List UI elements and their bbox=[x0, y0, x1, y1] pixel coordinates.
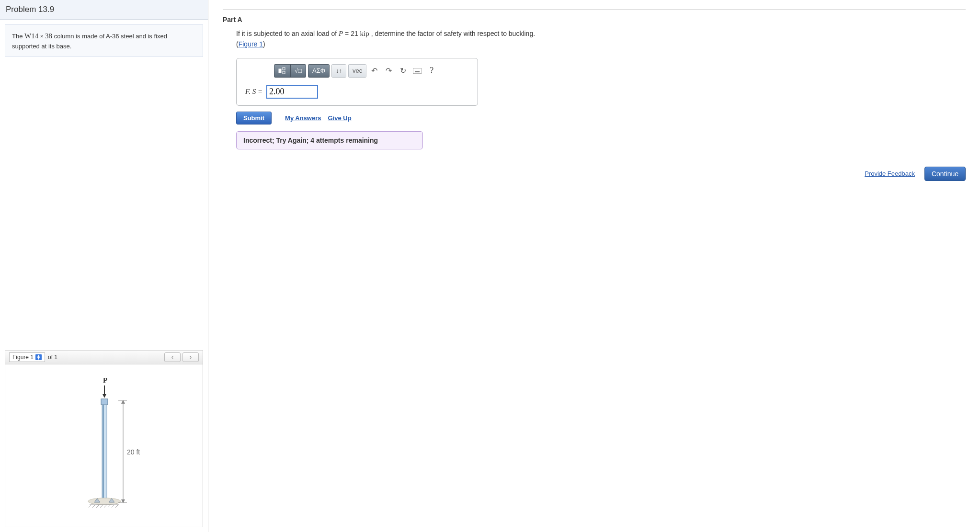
redo-icon: ↷ bbox=[386, 66, 392, 75]
figure-toolbar: Figure 1 ▲▼ of 1 ‹ › bbox=[5, 350, 203, 364]
figure-load-label: P bbox=[103, 376, 107, 384]
svg-marker-18 bbox=[121, 400, 125, 404]
subscript-button[interactable]: ↓↑ bbox=[331, 64, 346, 78]
svg-line-11 bbox=[96, 505, 99, 508]
continue-button[interactable]: Continue bbox=[924, 167, 966, 181]
answer-panel: √□ ΑΣΦ ↓↑ vec ↶ ↷ ↻ bbox=[236, 58, 478, 106]
keyboard-icon bbox=[413, 68, 422, 74]
figure-next-button[interactable]: › bbox=[182, 352, 199, 362]
my-answers-link[interactable]: My Answers bbox=[285, 114, 321, 122]
reset-button[interactable]: ↻ bbox=[396, 64, 410, 78]
figure-height-label: 20 ft bbox=[127, 448, 140, 456]
svg-line-9 bbox=[89, 505, 91, 508]
answer-input[interactable] bbox=[266, 85, 318, 99]
svg-line-14 bbox=[108, 505, 111, 508]
equation-toolbar: √□ ΑΣΦ ↓↑ vec ↶ ↷ ↻ bbox=[274, 64, 473, 78]
reset-icon: ↻ bbox=[400, 66, 406, 75]
svg-rect-22 bbox=[279, 69, 281, 73]
submit-button[interactable]: Submit bbox=[236, 112, 272, 125]
divider bbox=[223, 10, 966, 10]
give-up-link[interactable]: Give Up bbox=[328, 114, 351, 122]
provide-feedback-link[interactable]: Provide Feedback bbox=[865, 170, 915, 177]
undo-button[interactable]: ↶ bbox=[367, 64, 381, 78]
updown-icon: ↓↑ bbox=[336, 67, 342, 74]
chevron-updown-icon: ▲▼ bbox=[35, 354, 42, 360]
figure-link[interactable]: Figure 1 bbox=[239, 40, 263, 48]
svg-line-16 bbox=[115, 505, 118, 508]
chevron-right-icon: › bbox=[190, 354, 192, 361]
figure-canvas: P 20 ft bbox=[5, 364, 203, 527]
svg-line-15 bbox=[112, 505, 114, 508]
action-row: Submit My Answers Give Up bbox=[236, 112, 966, 125]
problem-description: The W14 × 38 column is made of A-36 stee… bbox=[5, 24, 203, 57]
left-panel: Problem 13.9 The W14 × 38 column is made… bbox=[0, 0, 208, 532]
feedback-message: Incorrect; Try Again; 4 attempts remaini… bbox=[236, 131, 423, 149]
answer-label: F. S = bbox=[245, 88, 262, 96]
part-a-label: Part A bbox=[223, 16, 966, 23]
part-a-text: If it is subjected to an axial load of P… bbox=[236, 28, 966, 49]
figure-select-label: Figure 1 bbox=[12, 354, 34, 361]
svg-line-12 bbox=[100, 505, 103, 508]
templates-button[interactable] bbox=[274, 64, 290, 78]
svg-rect-24 bbox=[283, 71, 285, 74]
svg-line-10 bbox=[92, 505, 95, 508]
figure-of-label: of 1 bbox=[48, 354, 57, 361]
svg-marker-19 bbox=[121, 499, 125, 503]
figure-prev-button[interactable]: ‹ bbox=[164, 352, 181, 362]
desc-text-pre: The bbox=[12, 33, 24, 40]
radical-icon: √□ bbox=[295, 67, 302, 75]
svg-rect-2 bbox=[101, 399, 108, 405]
desc-section-num: 38 bbox=[45, 32, 52, 40]
column-figure-svg: P 20 ft bbox=[46, 374, 161, 518]
svg-rect-4 bbox=[103, 405, 104, 498]
problem-title: Problem 13.9 bbox=[0, 0, 208, 20]
keyboard-button[interactable] bbox=[410, 64, 424, 78]
right-panel: Part A If it is subjected to an axial lo… bbox=[208, 0, 980, 532]
parta-eq: = 21 bbox=[343, 30, 360, 37]
undo-icon: ↶ bbox=[371, 66, 377, 75]
parta-pre: If it is subjected to an axial load of bbox=[236, 30, 339, 37]
template-icon bbox=[278, 67, 286, 75]
parta-unit: kip bbox=[360, 30, 369, 37]
desc-times: × bbox=[38, 33, 45, 40]
chevron-left-icon: ‹ bbox=[171, 354, 173, 361]
vec-button[interactable]: vec bbox=[348, 64, 366, 78]
svg-line-13 bbox=[104, 505, 107, 508]
svg-point-5 bbox=[88, 498, 121, 505]
svg-marker-1 bbox=[103, 394, 106, 398]
svg-rect-23 bbox=[283, 68, 285, 70]
figure-selector[interactable]: Figure 1 ▲▼ bbox=[9, 352, 45, 362]
desc-w-section: W14 bbox=[24, 32, 38, 40]
parta-P: P bbox=[339, 30, 343, 37]
radical-button[interactable]: √□ bbox=[290, 64, 306, 78]
footer-row: Provide Feedback Continue bbox=[223, 167, 966, 181]
help-button[interactable]: ? bbox=[425, 66, 438, 76]
redo-button[interactable]: ↷ bbox=[382, 64, 395, 78]
svg-rect-25 bbox=[413, 68, 422, 74]
greek-button[interactable]: ΑΣΦ bbox=[308, 64, 330, 78]
parta-post: , determine the factor of safety with re… bbox=[369, 30, 535, 37]
